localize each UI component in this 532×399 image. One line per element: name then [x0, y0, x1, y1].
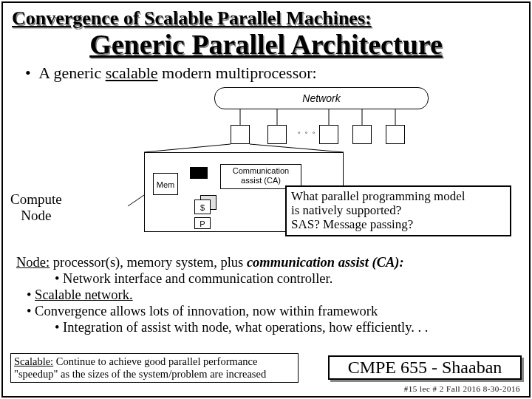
svg-line-5 [144, 144, 231, 152]
bus-connector-icon [190, 167, 208, 179]
memory-box: Mem [153, 173, 178, 195]
node-placeholder-4 [352, 125, 372, 144]
slide-frame: Convergence of Scalable Parallel Machine… [1, 1, 531, 398]
compute-label-l2: Node [21, 208, 51, 223]
ca-line1: Communication [233, 166, 289, 175]
slide-supertitle: Convergence of Scalable Parallel Machine… [12, 7, 520, 30]
compute-node-label: Compute Node [10, 191, 62, 224]
node-label: Node: [16, 255, 50, 270]
net-interface: Network interface and communication cont… [63, 271, 332, 286]
intro-text-scalable: scalable [106, 64, 158, 82]
node-placeholder-5 [386, 125, 405, 144]
node-placeholder-1 [231, 125, 250, 144]
cache-box: $ [194, 200, 211, 214]
network-box: Network [214, 87, 429, 109]
callout-box: What parallel programming model is nativ… [285, 185, 511, 236]
compute-label-l1: Compute [10, 191, 62, 207]
body-text: Node: processor(s), memory system, plus … [13, 254, 519, 335]
node-placeholder-2 [267, 125, 287, 144]
intro-bullet: • A generic scalable modern multiprocess… [25, 64, 520, 83]
node-rest: processor(s), memory system, plus [50, 255, 247, 270]
scalable-text-2: "speedup" as the sizes of the system/pro… [14, 368, 266, 380]
svg-line-6 [250, 144, 344, 152]
node-ca: communication assist (CA): [247, 255, 404, 270]
slide-title: Generic Parallel Architecture [12, 28, 520, 61]
convergence-line: Convergence allows lots of innovation, n… [35, 304, 378, 318]
callout-line2: is natively supported? [291, 203, 505, 217]
course-badge: CMPE 655 - Shaaban [328, 355, 522, 380]
ellipsis-icon: ° ° ° [298, 130, 316, 137]
scalable-text-1: Continue to achieve good parallel perfor… [53, 355, 257, 367]
callout-line3: SAS? Message passing? [291, 217, 505, 231]
callout-line1: What parallel programming model [291, 189, 505, 203]
integration-line: Integration of assist with node, what op… [63, 320, 428, 335]
intro-text-pre: A generic [38, 64, 105, 82]
ca-line2: assist (CA) [241, 176, 281, 185]
scalable-network: Scalable network. [35, 287, 133, 302]
processor-box: P [194, 217, 211, 229]
svg-line-11 [128, 195, 144, 206]
node-placeholder-3 [319, 125, 338, 144]
slide-meta: #15 lec # 2 Fall 2016 8-30-2016 [404, 384, 520, 393]
intro-text-post: modern multiprocessor: [158, 64, 317, 82]
scalable-footnote: Scalable: Continue to achieve good paral… [10, 353, 299, 383]
scalable-label: Scalable: [14, 355, 53, 367]
